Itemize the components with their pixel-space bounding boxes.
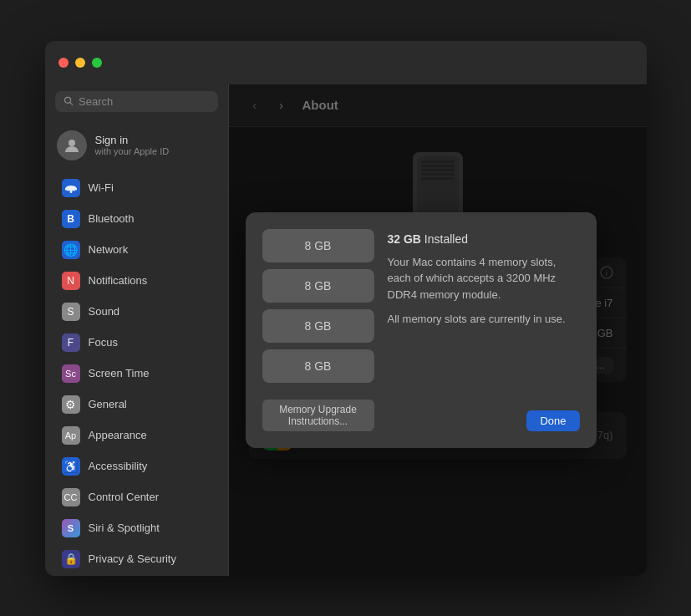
focus-icon: F <box>62 333 80 352</box>
sidebar-item-siri[interactable]: S Siri & Spotlight <box>50 513 223 543</box>
modal-bottom: Memory Upgrade Instructions... <box>262 400 374 431</box>
sidebar-item-label-wifi: Wi-Fi <box>89 181 114 194</box>
sidebar-item-label-sound: Sound <box>89 305 120 318</box>
sidebar: Sign in with your Apple ID Wi-Fi B <box>45 84 229 576</box>
modal-right: 32 GB Installed Your Mac contains 4 memo… <box>388 229 580 431</box>
sidebar-item-notifications[interactable]: N Notifications <box>50 266 223 296</box>
main-window: Sign in with your Apple ID Wi-Fi B <box>45 41 647 576</box>
sound-icon: S <box>62 303 80 321</box>
sidebar-item-label-focus: Focus <box>89 336 118 349</box>
sidebar-item-general[interactable]: ⚙ General <box>50 389 223 420</box>
avatar <box>57 130 87 160</box>
memory-slot-4: 8 GB <box>262 349 374 383</box>
search-icon <box>64 95 74 107</box>
bluetooth-icon: B <box>62 210 80 228</box>
search-bar[interactable] <box>55 91 218 112</box>
maximize-button[interactable] <box>92 58 102 68</box>
signin-subtitle: with your Apple ID <box>95 146 170 156</box>
memory-slot-3: 8 GB <box>262 309 374 343</box>
memory-slot-2: 8 GB <box>262 269 374 303</box>
sidebar-item-desktop[interactable]: D Desktop & Dock <box>50 575 223 576</box>
sidebar-item-label-appearance: Appearance <box>89 429 147 441</box>
search-input[interactable] <box>79 95 209 108</box>
sidebar-item-label-controlcenter: Control Center <box>89 491 160 503</box>
sidebar-item-accessibility[interactable]: ♿ Accessibility <box>50 451 223 481</box>
modal-title: 32 GB Installed <box>388 232 580 246</box>
titlebar <box>45 41 647 84</box>
modal-description-1: Your Mac contains 4 memory slots, each o… <box>388 254 580 303</box>
sidebar-item-label-siri: Siri & Spotlight <box>89 522 160 534</box>
wifi-icon <box>62 179 80 197</box>
appearance-icon: Ap <box>62 426 80 445</box>
sidebar-item-label-bluetooth: Bluetooth <box>89 212 135 225</box>
sidebar-item-privacy[interactable]: 🔒 Privacy & Security <box>50 544 223 574</box>
sidebar-item-label-general: General <box>89 398 127 410</box>
sidebar-item-wifi[interactable]: Wi-Fi <box>50 173 223 203</box>
signin-title: Sign in <box>95 134 170 146</box>
memory-upgrade-button[interactable]: Memory Upgrade Instructions... <box>262 400 374 431</box>
modal-title-strong: 32 GB <box>388 232 421 246</box>
sidebar-items-list: Wi-Fi B Bluetooth 🌐 Network N Notificati… <box>45 169 228 576</box>
svg-point-2 <box>69 140 75 146</box>
modal-overlay: 8 GB 8 GB 8 GB 8 GB Memory Upgrade Instr… <box>229 84 647 576</box>
memory-slot-1: 8 GB <box>262 229 374 262</box>
svg-line-1 <box>69 103 72 105</box>
done-button[interactable]: Done <box>526 410 579 431</box>
sidebar-item-label-notifications: Notifications <box>89 274 148 287</box>
sidebar-item-label-privacy: Privacy & Security <box>89 552 176 565</box>
svg-point-0 <box>64 97 70 103</box>
sidebar-item-appearance[interactable]: Ap Appearance <box>50 420 223 451</box>
screentime-icon: Sc <box>62 364 80 383</box>
notifications-icon: N <box>62 272 80 290</box>
signin-row[interactable]: Sign in with your Apple ID <box>45 122 228 169</box>
memory-modal: 8 GB 8 GB 8 GB 8 GB Memory Upgrade Instr… <box>246 212 597 448</box>
network-icon: 🌐 <box>62 241 80 259</box>
sidebar-item-bluetooth[interactable]: B Bluetooth <box>50 204 223 234</box>
sidebar-item-label-accessibility: Accessibility <box>89 460 148 472</box>
modal-description-2: All memory slots are currently in use. <box>388 311 580 328</box>
sidebar-item-label-screentime: Screen Time <box>89 367 150 379</box>
privacy-icon: 🔒 <box>62 550 80 568</box>
sidebar-item-screentime[interactable]: Sc Screen Time <box>50 359 223 389</box>
modal-left: 8 GB 8 GB 8 GB 8 GB Memory Upgrade Instr… <box>262 229 374 431</box>
signin-text: Sign in with your Apple ID <box>95 134 170 156</box>
siri-icon: S <box>62 519 80 537</box>
minimize-button[interactable] <box>75 58 85 68</box>
modal-title-rest: Installed <box>421 232 468 246</box>
sidebar-item-focus[interactable]: F Focus <box>50 328 223 358</box>
main-content: Sign in with your Apple ID Wi-Fi B <box>45 84 647 576</box>
main-pane: ‹ › About <box>229 84 647 576</box>
controlcenter-icon: CC <box>62 488 80 507</box>
general-icon: ⚙ <box>62 395 80 414</box>
traffic-lights <box>58 58 102 68</box>
close-button[interactable] <box>58 58 69 68</box>
accessibility-icon: ♿ <box>62 457 80 476</box>
sidebar-item-sound[interactable]: S Sound <box>50 297 223 327</box>
sidebar-item-controlcenter[interactable]: CC Control Center <box>50 482 223 512</box>
sidebar-item-label-network: Network <box>89 243 129 256</box>
sidebar-item-network[interactable]: 🌐 Network <box>50 235 223 265</box>
